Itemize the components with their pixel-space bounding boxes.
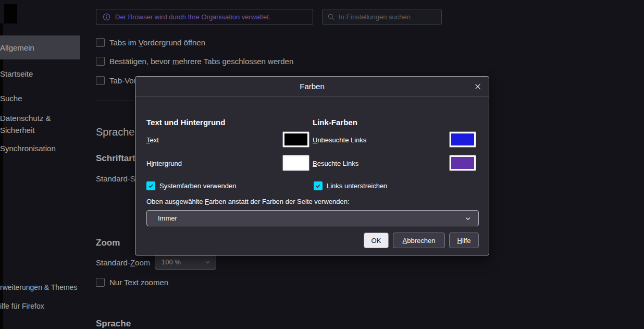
unvisited-links-swatch-button[interactable] <box>449 131 476 148</box>
background-color-swatch <box>284 157 307 169</box>
link-colors-header: Link-Farben <box>313 118 357 127</box>
close-icon <box>474 83 481 90</box>
override-colors-select[interactable]: Immer <box>146 210 479 226</box>
colors-dialog-titlebar: Farben <box>135 77 489 96</box>
colors-dialog: Farben Text und Hintergrund Link-Farben … <box>135 76 489 255</box>
check-icon <box>315 183 321 189</box>
visited-links-swatch-button[interactable] <box>449 155 476 171</box>
check-icon <box>148 183 154 189</box>
unvisited-links-label: Unbesuchte Links <box>313 136 366 144</box>
background-color-swatch-button[interactable] <box>282 155 309 171</box>
text-color-swatch <box>284 133 307 145</box>
override-colors-value: Immer <box>158 214 177 222</box>
text-color-label: Text <box>146 136 159 144</box>
underline-links-label: Links unterstreichen <box>327 182 387 190</box>
system-colors-label: Systemfarben verwenden <box>159 182 236 190</box>
override-colors-label: Oben ausgewählte Farben anstatt der Farb… <box>146 198 350 205</box>
chevron-down-icon <box>465 215 471 222</box>
underline-links-row: Links unterstreichen <box>314 181 387 190</box>
text-color-swatch-button[interactable] <box>282 131 309 148</box>
background-color-label: Hintergrund <box>146 160 182 167</box>
close-button[interactable] <box>471 80 485 93</box>
underline-links-checkbox[interactable] <box>314 181 323 190</box>
visited-links-swatch <box>451 157 474 169</box>
system-colors-checkbox[interactable] <box>146 181 155 190</box>
unvisited-links-swatch <box>451 133 474 145</box>
visited-links-label: Besuchte Links <box>313 160 358 167</box>
system-colors-row: Systemfarben verwenden <box>146 181 236 190</box>
text-background-header: Text und Hintergrund <box>146 118 225 127</box>
ok-button[interactable]: OK <box>364 233 389 248</box>
help-button[interactable]: Hilfe <box>449 233 479 248</box>
cancel-button[interactable]: Abbrechen <box>393 233 445 248</box>
colors-dialog-title: Farben <box>300 82 325 91</box>
